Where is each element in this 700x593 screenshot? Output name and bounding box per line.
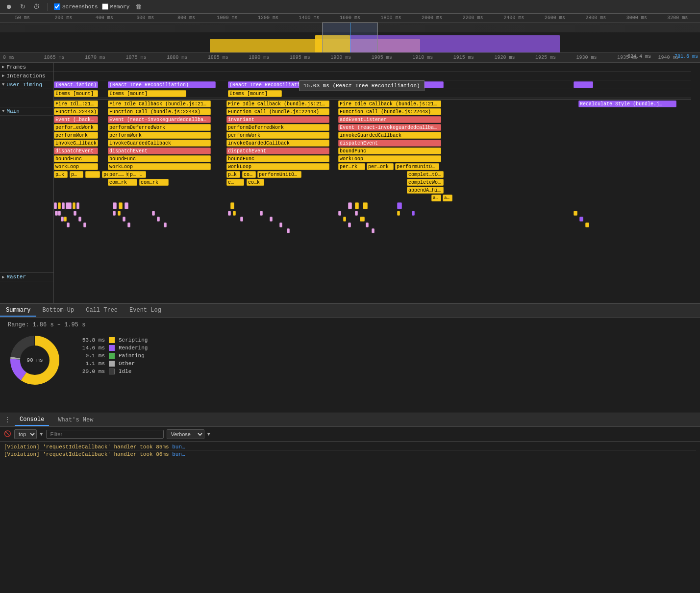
bar-a-4a[interactable]: a… — [431, 195, 441, 201]
bar-perf-unit-1[interactable] — [85, 171, 100, 178]
sub-bar-2[interactable] — [58, 202, 61, 209]
bar-dispatch-e-4[interactable]: dispatchEvent — [338, 140, 441, 147]
bar-fire-idle-1[interactable]: Fire Idl…:21972) — [54, 100, 98, 107]
raster-section-header[interactable]: ▶ Raster — [0, 272, 53, 281]
bar-event-react-2[interactable]: Event (react-invokeguardedcallback-1) — [108, 116, 211, 123]
bar-event-back[interactable]: Event (…back-1) — [54, 116, 98, 123]
overview-bars[interactable] — [0, 23, 700, 53]
bar-dispatch-e-2[interactable]: dispatchEvent — [108, 148, 211, 154]
deep-bar-c4-2[interactable] — [343, 217, 346, 222]
bar-bound-f-2[interactable]: boundFunc — [108, 155, 211, 162]
sub-bar-col2b[interactable] — [119, 202, 123, 209]
bar-cok-3[interactable]: c… — [226, 179, 244, 186]
tab-bottom-up[interactable]: Bottom-Up — [36, 305, 80, 317]
bar-invoke-g-2[interactable]: invokeGuardedCallback — [108, 140, 211, 147]
bar-invoke-g-3[interactable]: invokeGuardedCallback — [226, 140, 329, 147]
bar-work-loop-1[interactable]: workLoop — [54, 163, 98, 170]
bar-bound-f-3[interactable]: boundFunc — [226, 155, 329, 162]
timer-button[interactable]: ⏱ — [31, 2, 42, 11]
deep-bar-5[interactable] — [67, 222, 70, 227]
bar-bound-func-4[interactable]: boundFunc — [338, 148, 441, 154]
bar-pk-1[interactable]: p…k — [54, 171, 68, 178]
filter-input[interactable] — [46, 430, 164, 439]
deep-bar-c3-1[interactable] — [228, 211, 231, 216]
memory-checkbox[interactable] — [102, 3, 108, 10]
bar-perf-unit-row10b[interactable]: performUnitOfWork — [257, 171, 301, 178]
deep-bar-c4-purple[interactable] — [412, 211, 415, 216]
bar-perf-unit-4b[interactable]: per…ork — [367, 163, 394, 170]
deep-bar-far-1[interactable] — [574, 211, 577, 216]
frames-section-header[interactable]: ▶ Frames — [0, 63, 53, 72]
bar-comevent-1[interactable]: com…rk — [139, 179, 169, 186]
flame-bar-items-mount-1[interactable]: Items [mount] — [54, 90, 98, 97]
sub-bar-5[interactable] — [73, 202, 75, 209]
bar-func-call-1[interactable]: Functio…22443) — [54, 108, 98, 115]
deep-bar-far-2[interactable] — [579, 217, 583, 222]
bar-invoke-guard-4[interactable]: invokeGuardedCallback — [338, 132, 441, 139]
bar-pk-3[interactable]: p…k — [226, 171, 240, 178]
deep-bar-8[interactable] — [83, 222, 86, 227]
tab-event-log[interactable]: Event Log — [124, 305, 167, 317]
bar-dispatch-e-1[interactable]: dispatchEvent — [54, 148, 98, 154]
console-output[interactable]: [Violation] 'requestIdleCallback' handle… — [0, 442, 700, 485]
sub-bar-6[interactable] — [76, 202, 79, 209]
flame-area[interactable]: (React…iation) (React Tree Reconciliatio… — [54, 63, 700, 303]
flame-bar-items-mount-3[interactable]: Items [mount] — [228, 90, 282, 97]
console-tab-console[interactable]: Console — [15, 414, 49, 426]
bar-add-event[interactable]: addEventListener — [338, 116, 441, 123]
deep-bar-c4-yellow[interactable] — [397, 211, 400, 216]
bar-work-loop-3[interactable]: workLoop — [226, 163, 329, 170]
bar-func-call-3[interactable]: Function Call (bundle.js:22443) — [226, 108, 329, 115]
screenshots-checkbox-label[interactable]: Screenshots — [54, 3, 98, 10]
flame-bar-rtr-4b[interactable]: iliation) — [392, 81, 444, 88]
bar-fire-idle-4[interactable]: Fire Idle Callback (bundle.js:21972) — [338, 100, 441, 107]
bar-func-call-4[interactable]: Function Call (bundle.js:22443) — [338, 108, 441, 115]
bar-complet-4[interactable]: complet…tOfWork — [407, 171, 444, 178]
sub-bar-col4[interactable] — [348, 202, 352, 209]
bar-work-loop-2[interactable]: workLoop — [108, 163, 211, 170]
delete-button[interactable]: 🗑 — [133, 2, 144, 11]
sub-bar-1[interactable] — [54, 202, 57, 209]
deep-bar-c4-1[interactable] — [338, 211, 341, 216]
deep-bar-c2-2[interactable] — [118, 211, 121, 216]
bar-per-rk-2[interactable]: per…rk — [108, 171, 126, 178]
bar-pk-2[interactable]: p… — [70, 171, 83, 178]
deep-bar-2[interactable] — [58, 211, 61, 216]
bar-comrk-1[interactable]: com…rk — [108, 179, 137, 186]
record-button[interactable]: ⏺ — [4, 2, 14, 11]
bar-dispatch-e-3[interactable]: dispatchEvent — [226, 148, 329, 154]
deep-bar-c2-1[interactable] — [113, 211, 116, 216]
bar-bound-f-1[interactable]: boundFunc — [54, 155, 98, 162]
deep-bar-c3-3[interactable] — [240, 217, 243, 222]
deep-bar-c3-5[interactable] — [270, 217, 273, 222]
bar-pk3b[interactable]: co…k — [242, 171, 256, 178]
bar-perf-work-1[interactable]: performWork — [54, 132, 98, 139]
deep-bar-c4-4[interactable] — [355, 211, 358, 216]
bar-completework-4[interactable]: completeWork — [407, 179, 444, 186]
deep-bar-far-3[interactable] — [585, 222, 589, 227]
flame-bar-items-mount-2[interactable]: Items [mount] — [108, 90, 186, 97]
flame-bar-rtr-3[interactable]: (React Tree Reconciliation) — [228, 81, 336, 88]
bar-perf-def-3[interactable]: performDeferredWork — [226, 124, 329, 131]
context-select[interactable]: top — [14, 429, 37, 439]
console-tab-whatsnew[interactable]: What's New — [53, 415, 98, 425]
sub-bar-col2[interactable] — [113, 202, 117, 209]
bar-p-2[interactable]: p… — [128, 171, 140, 178]
interactions-section-header[interactable]: ▶ Interactions — [0, 72, 53, 80]
deep-bar-c3-7[interactable] — [287, 228, 290, 233]
bar-cok3b[interactable]: co…k — [247, 179, 264, 186]
level-select[interactable]: Verbose Info Warnings Errors — [167, 429, 204, 439]
sub-bar-3[interactable] — [62, 202, 65, 209]
bar-event-react-4[interactable]: Event (react-invokeguardedcallback-1) — [338, 124, 441, 131]
deep-bar-c4-3[interactable] — [348, 222, 351, 227]
bar-fire-idle-2[interactable]: Fire Idle Callback (bundle.js:21972) — [108, 100, 211, 107]
bar-invariant[interactable]: invariant — [226, 116, 329, 123]
bar-invoke-g-1[interactable]: invokeG…llback — [54, 140, 98, 147]
error-icon[interactable]: 🚫 — [4, 430, 11, 438]
deep-bar-7[interactable] — [78, 217, 81, 222]
bar-perf-def-1[interactable]: perfor…edWork — [54, 124, 98, 131]
deep-bar-6[interactable] — [74, 211, 76, 216]
flame-bar-rtr-2[interactable]: (React Tree Reconciliation) — [108, 81, 216, 88]
bar-recalc[interactable]: Recalculate Style (bundle.j… — [578, 100, 676, 107]
refresh-button[interactable]: ↻ — [18, 2, 27, 11]
